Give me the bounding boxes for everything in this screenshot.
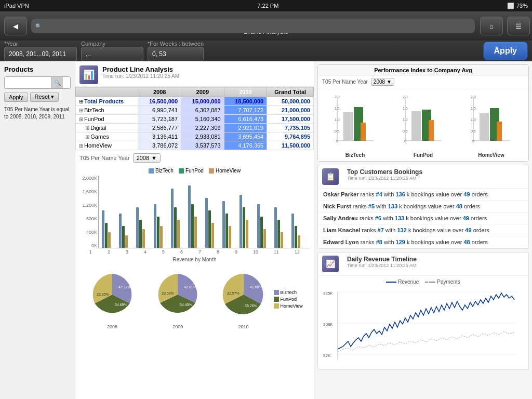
table-row: ⊞FunPod5,723,1875,160,3406,616,47317,500…: [76, 115, 314, 124]
pie-legend: BizTech FunPod HomeView: [274, 290, 303, 309]
sidebar-search-input[interactable]: [5, 78, 51, 87]
bar-funpod: [174, 207, 177, 248]
table-cell-value: 17,500,000: [267, 115, 314, 124]
svg-text:0.5: 0.5: [335, 129, 340, 133]
search-bar: 🔍: [31, 19, 475, 33]
pie-chart-2008: 42.37% 34.69% 22.95% 2008: [86, 269, 138, 329]
sidebar-reset-button[interactable]: Reset ▾: [30, 92, 59, 102]
bar-homeview: [298, 235, 300, 248]
svg-text:22.95%: 22.95%: [97, 292, 109, 296]
perf-chart-homeview: 2.0 1.5 1.0 0.5 0 HomeView: [468, 91, 515, 158]
table-cell-value: 3,537,573: [181, 141, 224, 150]
table-row: ⊞BizTech6,990,7416,302,0877,707,17221,00…: [76, 106, 314, 115]
table-cell-label: ⊞HomeView: [76, 141, 138, 150]
table-cell-label: ⊞BizTech: [76, 106, 138, 115]
bar-funpod: [191, 204, 194, 248]
svg-text:1.5: 1.5: [403, 107, 408, 110]
perf-year-select[interactable]: 2008 ▼: [371, 78, 394, 86]
svg-rect-38: [497, 122, 502, 141]
tl-legend-revenue: Revenue: [386, 279, 419, 285]
table-cell-value: 6,616,473: [224, 115, 267, 124]
svg-text:208K: 208K: [323, 322, 333, 327]
svg-text:42.01%: 42.01%: [184, 285, 196, 289]
customer-orders: 49: [465, 227, 471, 233]
year-filter-value[interactable]: 2008, 201...09, 2011: [4, 47, 77, 61]
customer-rank: #7: [378, 227, 384, 233]
svg-text:0: 0: [472, 139, 474, 143]
home-button[interactable]: ⌂: [480, 17, 503, 35]
svg-text:1.0: 1.0: [471, 118, 476, 122]
bar-group: [291, 214, 307, 248]
svg-text:0.5: 0.5: [403, 129, 408, 133]
bar-funpod: [208, 210, 211, 248]
svg-text:2.0: 2.0: [471, 95, 476, 99]
table-cell-value: 9,764,895: [267, 132, 314, 141]
year-filter-group: *Year 2008, 201...09, 2011: [4, 41, 77, 61]
table-row: ⊞HomeView3,786,0723,537,5734,176,35511,5…: [76, 141, 314, 150]
customer-name: Nick Furst: [323, 203, 351, 209]
svg-text:1.0: 1.0: [335, 118, 340, 122]
legend-label-biztech: BizTech: [155, 168, 174, 174]
timeline-legend: Revenue Payments: [322, 279, 524, 285]
bar-group: [257, 204, 272, 248]
sidebar-search-box[interactable]: 🔍: [4, 76, 71, 89]
filter-button[interactable]: ☰: [507, 17, 530, 35]
table-cell-value: 6,302,087: [181, 106, 224, 115]
table-cell-value: 5,160,340: [181, 115, 224, 124]
bar-homeview: [108, 232, 111, 248]
legend-biztech: BizTech: [149, 168, 174, 174]
x-axis-labels: 123456 789101112: [79, 248, 310, 256]
chart-year-arrow: ▼: [151, 155, 157, 161]
tl-label-revenue: Revenue: [398, 279, 419, 285]
sidebar-apply-button[interactable]: Apply: [4, 92, 28, 102]
search-icon: 🔍: [35, 23, 42, 29]
customer-name: Sally Andreu: [323, 215, 358, 221]
table-cell-value: 2,921,019: [224, 124, 267, 132]
bar-homeview: [281, 232, 283, 248]
bar-chart: [98, 176, 310, 248]
table-cell-label: ⊞FunPod: [76, 115, 138, 124]
customer-name: Liam Knachel: [323, 227, 361, 233]
center-panel: 📊 Product Line Analysis Time run: 1/23/2…: [75, 61, 314, 399]
customer-bookings: 132: [397, 227, 406, 233]
bar-group: [188, 185, 203, 248]
company-filter-value[interactable]: ...: [81, 47, 143, 61]
battery-pct: 73%: [516, 3, 528, 9]
daily-revenue-header-text: Daily Revenue Timeline Time run: 1/23/20…: [347, 256, 417, 268]
table-cell-value: 5,723,187: [138, 115, 181, 124]
sidebar-search-icon[interactable]: 🔍: [51, 77, 63, 88]
legend-funpod: FunPod: [179, 168, 204, 174]
customer-orders: 49: [463, 191, 470, 197]
svg-text:34.69%: 34.69%: [115, 303, 127, 307]
sidebar-filter-info: T05 Per Name Year is equal to 2008, 2010…: [4, 106, 71, 121]
back-button[interactable]: ◀: [4, 17, 27, 35]
svg-text:1.0: 1.0: [403, 118, 408, 122]
svg-text:42.37%: 42.37%: [118, 285, 131, 289]
table-cell-value: 7,707,172: [224, 106, 267, 115]
perf-chart-funpod: 2.0 1.5 1.0 0.5 0 FunPod: [400, 91, 447, 158]
bar-funpod: [139, 220, 142, 248]
table-cell-label: ⊞Games: [76, 132, 138, 141]
perf-svg-homeview: 2.0 1.5 1.0 0.5 0: [468, 91, 515, 149]
perf-year-label: T05 Per Name Year: [322, 79, 368, 85]
table-cell-value: 2,933,081: [181, 132, 224, 141]
bar-homeview: [246, 220, 248, 248]
bar-biztech: [222, 201, 225, 248]
daily-revenue-icon: 📈: [322, 256, 339, 272]
tl-line-payments: [425, 282, 435, 283]
product-line-title: Product Line Analysis: [102, 65, 179, 73]
bar-funpod: [122, 226, 125, 248]
pie-label-2009: 2009: [152, 324, 204, 329]
apply-button[interactable]: Apply: [483, 42, 528, 60]
product-line-icon: 📊: [79, 65, 98, 84]
weeks-filter-value[interactable]: 0, 53: [148, 47, 204, 61]
customer-bookings: 133: [395, 215, 404, 221]
customer-row: Edward Lyon ranks #8 with 129 k bookings…: [318, 236, 528, 248]
top-customers-header: 📋 Top Customers Bookings Time run: 1/23/…: [318, 165, 528, 189]
product-line-table: 2008 2009 2010 Grand Total ⊞Total Produc…: [75, 87, 314, 150]
svg-text:0: 0: [404, 139, 406, 143]
company-filter-group: Company ...: [81, 41, 143, 61]
right-panel: Performance Index to Company Avg T05 Per…: [314, 61, 532, 399]
pie-legend-color-homeview: [274, 303, 279, 309]
chart-year-select[interactable]: 2008 ▼: [133, 153, 161, 163]
